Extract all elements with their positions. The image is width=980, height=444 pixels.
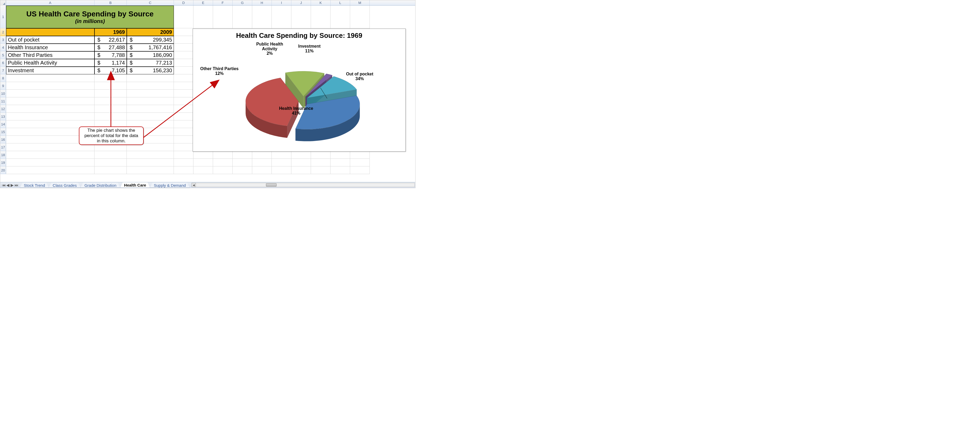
cell-B10[interactable]: [94, 90, 127, 97]
cell-C3[interactable]: $299,345: [127, 36, 174, 44]
cell-D16[interactable]: [174, 136, 194, 143]
row-header-16[interactable]: 16: [0, 136, 6, 143]
row-header-4[interactable]: 4: [0, 44, 6, 51]
cell-F1[interactable]: [213, 6, 232, 28]
cell-F20[interactable]: [213, 166, 232, 174]
horizontal-scrollbar[interactable]: ◀: [192, 183, 415, 187]
cell-A4[interactable]: Health Insurance: [6, 44, 94, 51]
cell-A11[interactable]: [6, 97, 94, 105]
scroll-left-icon[interactable]: ◀: [192, 183, 196, 187]
cell-D17[interactable]: [174, 143, 194, 151]
cell-D1[interactable]: [174, 6, 194, 28]
row-header-20[interactable]: 20: [0, 166, 6, 174]
cell-M1[interactable]: [350, 6, 370, 28]
cell-C19[interactable]: [127, 159, 174, 166]
column-header-E[interactable]: E: [194, 0, 213, 5]
cell-J19[interactable]: [291, 159, 311, 166]
tab-nav-last-icon[interactable]: ⏭: [14, 183, 18, 187]
row-header-9[interactable]: 9: [0, 82, 6, 90]
cell-A2[interactable]: [6, 28, 94, 36]
column-header-M[interactable]: M: [350, 0, 370, 5]
pie-chart[interactable]: Health Care Spending by Source: 1969 Out…: [192, 29, 406, 152]
cell-D11[interactable]: [174, 97, 194, 105]
sheet-tab-supply-demand[interactable]: Supply & Demand: [150, 183, 190, 188]
cell-D13[interactable]: [174, 113, 194, 120]
cell-F19[interactable]: [213, 159, 232, 166]
row-header-18[interactable]: 18: [0, 151, 6, 159]
cell-D19[interactable]: [174, 159, 194, 166]
cell-D4[interactable]: [174, 44, 194, 51]
cell-C5[interactable]: $186,090: [127, 51, 174, 59]
cell-H18[interactable]: [252, 151, 272, 159]
cell-K18[interactable]: [311, 151, 331, 159]
cell-E20[interactable]: [194, 166, 213, 174]
cell-B3[interactable]: $22,617: [94, 36, 127, 44]
cell-D14[interactable]: [174, 120, 194, 128]
cell-A10[interactable]: [6, 90, 94, 97]
cell-H1[interactable]: [252, 6, 272, 28]
cell-A3[interactable]: Out of pocket: [6, 36, 94, 44]
row-header-13[interactable]: 13: [0, 113, 6, 120]
cell-C6[interactable]: $77,213: [127, 59, 174, 67]
cell-C8[interactable]: [127, 74, 174, 82]
scroll-thumb[interactable]: [266, 183, 277, 186]
cell-C2[interactable]: 2009: [127, 28, 174, 36]
row-header-12[interactable]: 12: [0, 105, 6, 113]
row-header-6[interactable]: 6: [0, 59, 6, 67]
cell-B7[interactable]: $7,105: [94, 67, 127, 74]
cell-A20[interactable]: [6, 166, 94, 174]
cell-F18[interactable]: [213, 151, 232, 159]
cell-J20[interactable]: [291, 166, 311, 174]
column-header-C[interactable]: C: [127, 0, 174, 5]
cell-E1[interactable]: [194, 6, 213, 28]
cell-B13[interactable]: [94, 113, 127, 120]
cell-D3[interactable]: [174, 36, 194, 44]
cell-B11[interactable]: [94, 97, 127, 105]
cell-L20[interactable]: [331, 166, 350, 174]
sheet-tab-stock-trend[interactable]: Stock Trend: [20, 183, 49, 188]
cell-D7[interactable]: [174, 67, 194, 74]
cell-D6[interactable]: [174, 59, 194, 67]
cell-C9[interactable]: [127, 82, 174, 90]
cell-A12[interactable]: [6, 105, 94, 113]
column-header-D[interactable]: D: [174, 0, 194, 5]
cell-J1[interactable]: [291, 6, 311, 28]
cell-D20[interactable]: [174, 166, 194, 174]
row-header-14[interactable]: 14: [0, 120, 6, 128]
tab-nav-first-icon[interactable]: ⏮: [2, 183, 6, 187]
cell-G1[interactable]: [232, 6, 252, 28]
column-header-L[interactable]: L: [331, 0, 350, 5]
cell-A18[interactable]: [6, 151, 94, 159]
cell-B4[interactable]: $27,488: [94, 44, 127, 51]
row-header-5[interactable]: 5: [0, 51, 6, 59]
cell-C4[interactable]: $1,767,416: [127, 44, 174, 51]
cell-C7[interactable]: $156,230: [127, 67, 174, 74]
row-header-19[interactable]: 19: [0, 159, 6, 166]
cell-H20[interactable]: [252, 166, 272, 174]
row-header-11[interactable]: 11: [0, 97, 6, 105]
cell-A9[interactable]: [6, 82, 94, 90]
cell-A19[interactable]: [6, 159, 94, 166]
column-header-B[interactable]: B: [94, 0, 127, 5]
cell-D5[interactable]: [174, 51, 194, 59]
cell-K1[interactable]: [311, 6, 331, 28]
row-header-7[interactable]: 7: [0, 67, 6, 74]
cell-B2[interactable]: 1969: [94, 28, 127, 36]
table-title-cell[interactable]: US Health Care Spending by Source(in mil…: [6, 6, 174, 28]
cell-B9[interactable]: [94, 82, 127, 90]
cell-D8[interactable]: [174, 74, 194, 82]
cell-C13[interactable]: [127, 113, 174, 120]
cell-J18[interactable]: [291, 151, 311, 159]
column-header-H[interactable]: H: [252, 0, 272, 5]
cell-D2[interactable]: [174, 28, 194, 36]
cell-L19[interactable]: [331, 159, 350, 166]
select-all-corner[interactable]: [0, 0, 6, 6]
cell-M19[interactable]: [350, 159, 370, 166]
column-header-I[interactable]: I: [272, 0, 291, 5]
row-header-15[interactable]: 15: [0, 128, 6, 136]
cell-D18[interactable]: [174, 151, 194, 159]
cell-K20[interactable]: [311, 166, 331, 174]
cell-A7[interactable]: Investment: [6, 67, 94, 74]
cell-B20[interactable]: [94, 166, 127, 174]
cell-E19[interactable]: [194, 159, 213, 166]
